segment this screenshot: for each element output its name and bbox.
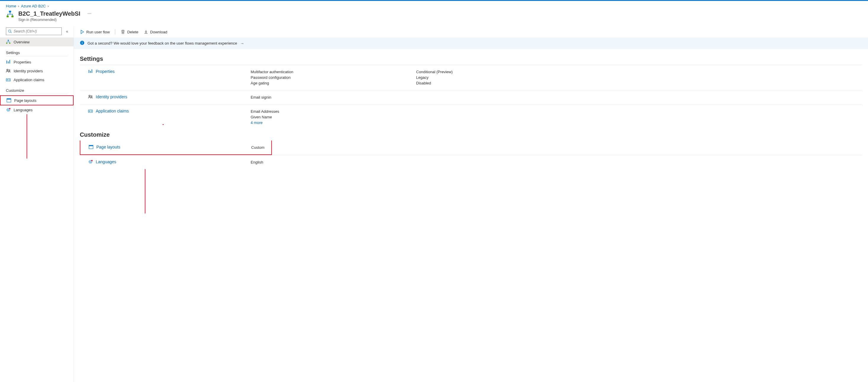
sidebar-group-customize: Customize — [6, 84, 68, 94]
row-value: Multifactor authentication — [251, 69, 416, 75]
row-value: Disabled — [416, 80, 862, 86]
svg-rect-6 — [6, 43, 7, 44]
search-input[interactable] — [12, 29, 60, 33]
page-layouts-link[interactable]: Page layouts — [96, 145, 120, 149]
svg-point-11 — [7, 69, 8, 71]
more-button[interactable]: ··· — [86, 10, 93, 17]
svg-point-31 — [89, 111, 90, 112]
identity-providers-link[interactable]: Identity providers — [96, 95, 127, 99]
sidebar: « Overview Settings Properties Identi — [0, 26, 74, 382]
chevron-right-icon: › — [18, 4, 19, 8]
sidebar-item-label: Application claims — [13, 78, 44, 82]
svg-point-38 — [91, 160, 93, 161]
row-value: Custom — [251, 145, 265, 150]
claims-icon — [6, 77, 11, 82]
svg-rect-35 — [89, 145, 93, 146]
svg-rect-0 — [9, 11, 11, 12]
row-value: English — [251, 160, 416, 165]
svg-point-24 — [82, 42, 83, 42]
breadcrumb: Home › Azure AD B2C › — [0, 1, 868, 9]
svg-rect-5 — [8, 40, 9, 41]
toolbar-label: Download — [150, 30, 167, 34]
svg-line-4 — [11, 32, 11, 33]
collapse-sidebar-button[interactable]: « — [64, 29, 70, 34]
application-claims-link[interactable]: Application claims — [96, 109, 129, 113]
toolbar-label: Run user flow — [86, 30, 110, 34]
resource-icon — [6, 10, 14, 19]
row-properties: Properties Multifactor authentication Pa… — [80, 65, 862, 90]
sidebar-item-label: Identity providers — [13, 69, 43, 73]
globe-icon — [6, 107, 11, 112]
identity-icon — [6, 68, 11, 73]
page-subtitle: Sign in (Recommended) — [18, 18, 81, 22]
svg-point-28 — [89, 95, 90, 97]
row-value: Password configuration — [251, 75, 416, 80]
sidebar-item-page-layouts[interactable]: Page layouts — [0, 95, 73, 105]
delete-button[interactable]: Delete — [121, 30, 138, 34]
page-title: B2C_1_TreatleyWebSI — [18, 10, 81, 17]
svg-rect-1 — [6, 15, 8, 18]
sidebar-group-settings: Settings — [6, 46, 68, 57]
search-icon — [8, 29, 12, 33]
arrow-right-icon: → — [240, 41, 244, 46]
row-value: Legacy — [416, 75, 862, 80]
svg-rect-7 — [9, 43, 10, 44]
identity-icon — [88, 95, 93, 99]
row-value: Email signin — [251, 95, 416, 100]
sidebar-item-label: Languages — [13, 108, 32, 112]
row-languages: Languages English — [80, 155, 862, 169]
more-link[interactable]: 4 more — [251, 120, 416, 126]
sidebar-item-label: Properties — [13, 60, 31, 64]
properties-icon — [88, 69, 93, 74]
sidebar-item-identity-providers[interactable]: Identity providers — [0, 66, 73, 75]
page-header: B2C_1_TreatleyWebSI Sign in (Recommended… — [0, 9, 868, 26]
feedback-banner[interactable]: Got a second? We would love your feedbac… — [74, 37, 868, 49]
row-application-claims: Application claims Email Addresses Given… — [80, 104, 862, 130]
download-button[interactable]: Download — [144, 30, 167, 34]
row-value: Email Addresses — [251, 109, 416, 114]
info-icon — [80, 40, 85, 46]
sidebar-item-properties[interactable]: Properties — [0, 58, 73, 66]
download-icon — [144, 30, 148, 34]
row-value: Conditional (Preview) — [416, 69, 862, 75]
svg-point-3 — [8, 30, 11, 32]
banner-text: Got a second? We would love your feedbac… — [88, 41, 237, 45]
breadcrumb-b2c[interactable]: Azure AD B2C — [21, 4, 46, 8]
svg-rect-23 — [82, 42, 83, 44]
search-box[interactable] — [6, 28, 62, 35]
sidebar-item-overview[interactable]: Overview — [0, 37, 73, 46]
sidebar-item-application-claims[interactable]: Application claims — [0, 75, 73, 84]
svg-point-21 — [9, 108, 10, 109]
sidebar-item-languages[interactable]: Languages — [0, 105, 73, 114]
layout-icon — [6, 98, 11, 103]
row-value: Given Name — [251, 114, 416, 120]
toolbar: Run user flow Delete Download — [74, 26, 868, 37]
sidebar-item-label: Page layouts — [14, 98, 36, 103]
toolbar-label: Delete — [127, 30, 138, 34]
properties-link[interactable]: Properties — [96, 69, 115, 74]
layout-icon — [89, 145, 93, 149]
main-content: Run user flow Delete Download — [74, 26, 868, 382]
run-user-flow-button[interactable]: Run user flow — [80, 30, 110, 34]
annotation-line — [27, 114, 27, 159]
trash-icon — [121, 30, 125, 34]
play-icon — [80, 30, 85, 34]
languages-link[interactable]: Languages — [96, 160, 116, 164]
section-customize: Customize — [80, 131, 862, 138]
toolbar-separator — [115, 29, 115, 35]
annotation-line — [145, 169, 146, 213]
row-value: Age gating — [251, 80, 416, 86]
annotation-dot — [162, 124, 164, 125]
properties-icon — [6, 60, 11, 64]
chevron-right-icon: › — [48, 4, 49, 8]
sidebar-item-label: Overview — [13, 40, 30, 44]
svg-point-29 — [91, 96, 92, 97]
claims-icon — [88, 109, 93, 113]
svg-point-14 — [7, 79, 8, 80]
svg-rect-18 — [7, 99, 11, 100]
overview-icon — [6, 40, 11, 44]
row-page-layouts: Page layouts Custom — [80, 141, 272, 155]
svg-rect-2 — [11, 15, 13, 18]
breadcrumb-home[interactable]: Home — [6, 4, 16, 8]
svg-point-12 — [9, 70, 10, 71]
